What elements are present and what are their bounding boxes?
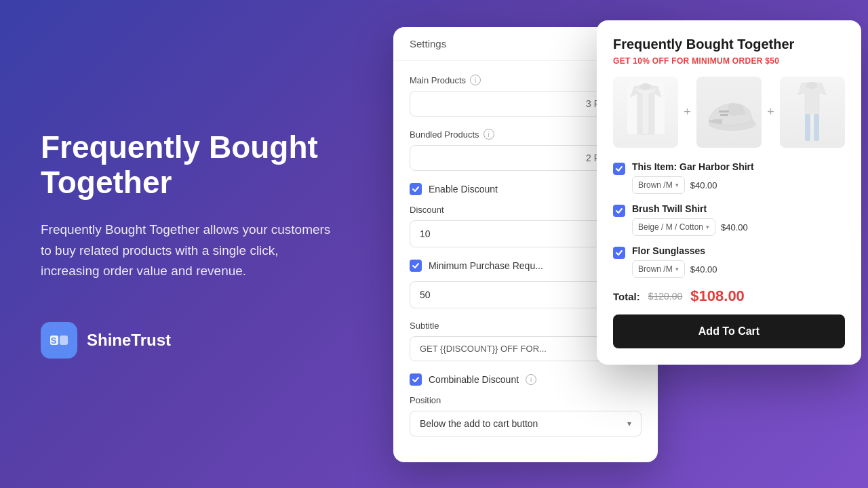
product-controls-3: Brown /M ▾ $40.00 bbox=[632, 260, 845, 278]
variant-select-1[interactable]: Brown /M ▾ bbox=[632, 176, 685, 194]
product-image-outfit bbox=[780, 77, 845, 148]
product-checkbox-1[interactable] bbox=[613, 163, 625, 175]
product-name-2: Brush Twill Shirt bbox=[632, 203, 845, 214]
variant-chevron-2: ▾ bbox=[706, 224, 709, 230]
variant-select-3[interactable]: Brown /M ▾ bbox=[632, 260, 685, 278]
total-discounted-price: $108.00 bbox=[690, 287, 745, 305]
plus-icon-2: + bbox=[767, 105, 774, 119]
svg-rect-9 bbox=[805, 114, 810, 141]
variant-chevron-1: ▾ bbox=[675, 182, 679, 188]
total-row: Total: $120.00 $108.00 bbox=[613, 287, 845, 305]
product-images-row: + + bbox=[613, 77, 845, 148]
position-chevron-icon: ▾ bbox=[627, 419, 631, 428]
bundled-products-info-icon: i bbox=[484, 129, 494, 140]
product-price-1: $40.00 bbox=[690, 180, 717, 190]
combinable-discount-row[interactable]: Combinable Discount i bbox=[410, 373, 642, 386]
product-info-3: Flor Sunglasses Brown /M ▾ $40.00 bbox=[632, 245, 845, 278]
svg-rect-7 bbox=[720, 114, 728, 116]
right-panel: Settings Main Products i 3 Products Bund… bbox=[380, 0, 868, 488]
product-controls-2: Beige / M / Cotton ▾ $40.00 bbox=[632, 218, 845, 236]
product-image-shirt bbox=[613, 77, 678, 148]
main-products-info-icon: i bbox=[470, 75, 481, 85]
product-name-3: Flor Sunglasses bbox=[632, 245, 845, 256]
variant-select-2[interactable]: Beige / M / Cotton ▾ bbox=[632, 218, 715, 236]
enable-discount-label: Enable Discount bbox=[429, 184, 498, 195]
product-row-2: Brush Twill Shirt Beige / M / Cotton ▾ $… bbox=[613, 203, 845, 236]
product-info-1: This Item: Gar Harbor Shirt Brown /M ▾ $… bbox=[632, 161, 845, 194]
position-select[interactable]: Below the add to cart button ▾ bbox=[410, 411, 642, 436]
product-image-shoe bbox=[696, 77, 762, 148]
brand-logo-icon: S bbox=[41, 322, 77, 359]
product-checkbox-3[interactable] bbox=[613, 247, 625, 259]
svg-point-8 bbox=[806, 82, 817, 89]
position-label: Position bbox=[410, 395, 642, 405]
brand-section: S ShineTrust bbox=[41, 322, 339, 359]
preview-title: Frequently Bought Together bbox=[613, 37, 845, 52]
product-row-3: Flor Sunglasses Brown /M ▾ $40.00 bbox=[613, 245, 845, 278]
product-name-1: This Item: Gar Harbor Shirt bbox=[632, 161, 845, 172]
min-purchase-checkbox[interactable] bbox=[410, 260, 422, 272]
combinable-discount-checkbox[interactable] bbox=[410, 373, 422, 386]
total-original-price: $120.00 bbox=[648, 291, 683, 302]
svg-rect-10 bbox=[814, 114, 819, 141]
product-info-2: Brush Twill Shirt Beige / M / Cotton ▾ $… bbox=[632, 203, 845, 236]
product-row-1: This Item: Gar Harbor Shirt Brown /M ▾ $… bbox=[613, 161, 845, 194]
combinable-info-icon: i bbox=[526, 374, 536, 385]
left-panel: Frequently Bought Together Frequently Bo… bbox=[0, 89, 380, 400]
variant-chevron-3: ▾ bbox=[675, 266, 679, 272]
svg-rect-6 bbox=[719, 110, 729, 113]
min-purchase-label: Minimum Purchase Requ... bbox=[429, 260, 543, 271]
add-to-cart-button[interactable]: Add To Cart bbox=[613, 314, 845, 348]
svg-text:S: S bbox=[51, 336, 57, 346]
hero-description: Frequently Bought Together allows your c… bbox=[41, 220, 339, 281]
product-controls-1: Brown /M ▾ $40.00 bbox=[632, 176, 845, 194]
combinable-discount-label: Combinable Discount bbox=[429, 374, 519, 385]
svg-rect-1 bbox=[60, 336, 68, 345]
enable-discount-checkbox[interactable] bbox=[410, 183, 422, 195]
brand-name-text: ShineTrust bbox=[87, 331, 171, 350]
preview-panel: Frequently Bought Together GET 10% OFF F… bbox=[597, 20, 861, 365]
svg-point-4 bbox=[640, 83, 651, 90]
product-checkbox-2[interactable] bbox=[613, 205, 625, 217]
plus-icon-1: + bbox=[684, 105, 691, 119]
preview-discount-badge: GET 10% OFF FOR MINIMUM ORDER $50 bbox=[613, 56, 845, 66]
product-price-2: $40.00 bbox=[721, 222, 748, 232]
hero-title: Frequently Bought Together bbox=[41, 129, 339, 201]
product-price-3: $40.00 bbox=[690, 264, 717, 274]
total-label: Total: bbox=[613, 291, 640, 302]
